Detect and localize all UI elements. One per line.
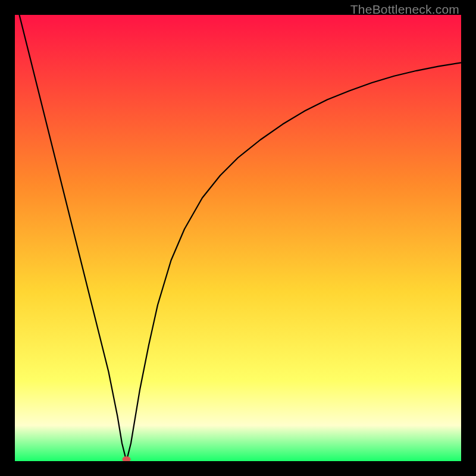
bottleneck-chart	[15, 15, 461, 461]
gradient-background	[15, 15, 461, 461]
chart-frame	[15, 15, 461, 461]
